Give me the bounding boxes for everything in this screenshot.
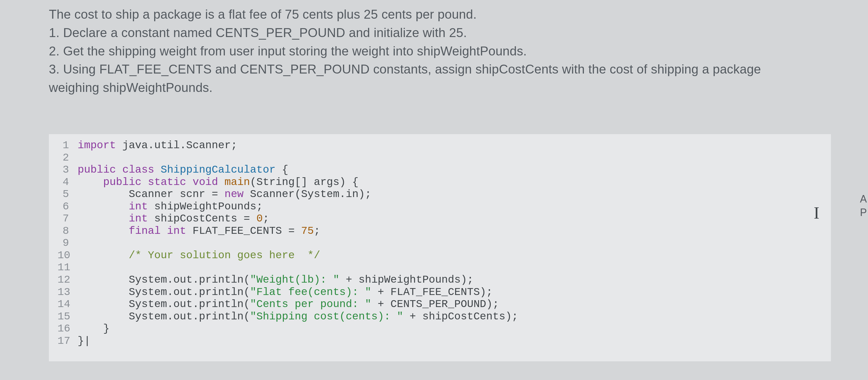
code-line[interactable]: 12 System.out.println("Weight(lb): " + s… bbox=[58, 274, 822, 286]
code-content[interactable]: Scanner scnr = new Scanner(System.in); bbox=[78, 188, 822, 201]
code-content[interactable]: }| bbox=[78, 335, 822, 347]
line-number: 17 bbox=[58, 335, 78, 347]
code-line[interactable]: 4 public static void main(String[] args)… bbox=[58, 176, 822, 188]
code-content[interactable]: System.out.println("Weight(lb): " + ship… bbox=[78, 274, 822, 286]
code-line[interactable]: 8 final int FLAT_FEE_CENTS = 75; bbox=[58, 225, 822, 237]
code-line[interactable]: 11 bbox=[58, 262, 822, 274]
line-number: 1 bbox=[58, 139, 78, 152]
code-line[interactable]: 5 Scanner scnr = new Scanner(System.in); bbox=[58, 188, 822, 201]
code-content[interactable] bbox=[78, 152, 822, 164]
code-content[interactable]: int shipCostCents = 0; bbox=[78, 212, 822, 225]
code-line[interactable]: 16 } bbox=[58, 322, 822, 335]
line-number: 11 bbox=[58, 262, 78, 274]
line-number: 6 bbox=[58, 201, 78, 213]
page-root: The cost to ship a package is a flat fee… bbox=[0, 0, 868, 361]
code-content[interactable]: public class ShippingCalculator { bbox=[78, 164, 822, 176]
instruction-line-3: 2. Get the shipping weight from user inp… bbox=[49, 42, 811, 60]
code-content[interactable]: System.out.println("Flat fee(cents): " +… bbox=[78, 286, 822, 299]
line-number: 16 bbox=[58, 322, 78, 335]
code-line[interactable]: 9 bbox=[58, 237, 822, 249]
code-content[interactable]: System.out.println("Cents per pound: " +… bbox=[78, 298, 822, 310]
code-content[interactable]: } bbox=[78, 322, 822, 335]
line-number: 14 bbox=[58, 298, 78, 310]
code-content[interactable]: /* Your solution goes here */ bbox=[78, 249, 822, 262]
line-number: 4 bbox=[58, 176, 78, 188]
code-content[interactable]: final int FLAT_FEE_CENTS = 75; bbox=[78, 225, 822, 237]
instruction-line-2: 1. Declare a constant named CENTS_PER_PO… bbox=[49, 24, 811, 42]
editor-caret-icon: | bbox=[84, 335, 90, 347]
line-number: 10 bbox=[58, 249, 78, 262]
code-line[interactable]: 3public class ShippingCalculator { bbox=[58, 164, 822, 176]
code-content[interactable]: public static void main(String[] args) { bbox=[78, 176, 822, 188]
line-number: 2 bbox=[58, 152, 78, 164]
code-line[interactable]: 6 int shipWeightPounds; bbox=[58, 201, 822, 213]
code-editor[interactable]: I 1import java.util.Scanner;2 3public cl… bbox=[49, 134, 831, 361]
code-content[interactable]: System.out.println("Shipping cost(cents)… bbox=[78, 310, 822, 323]
code-content[interactable] bbox=[78, 237, 822, 249]
code-line[interactable]: 14 System.out.println("Cents per pound: … bbox=[58, 298, 822, 310]
line-number: 3 bbox=[58, 164, 78, 176]
line-number: 13 bbox=[58, 286, 78, 299]
line-number: 12 bbox=[58, 274, 78, 286]
code-content[interactable]: import java.util.Scanner; bbox=[78, 139, 822, 152]
code-line[interactable]: 13 System.out.println("Flat fee(cents): … bbox=[58, 286, 822, 299]
code-line[interactable]: 10 /* Your solution goes here */ bbox=[58, 249, 822, 262]
problem-instructions: The cost to ship a package is a flat fee… bbox=[49, 5, 811, 97]
instruction-line-4: 3. Using FLAT_FEE_CENTS and CENTS_PER_PO… bbox=[49, 60, 811, 97]
line-number: 8 bbox=[58, 225, 78, 237]
text-cursor-icon: I bbox=[814, 203, 819, 223]
line-number: 7 bbox=[58, 212, 78, 225]
code-line[interactable]: 17}| bbox=[58, 335, 822, 347]
side-letter-a: A bbox=[860, 193, 867, 206]
code-line[interactable]: 1import java.util.Scanner; bbox=[58, 139, 822, 152]
line-number: 9 bbox=[58, 237, 78, 249]
line-number: 5 bbox=[58, 188, 78, 201]
code-content[interactable] bbox=[78, 262, 822, 274]
code-content[interactable]: int shipWeightPounds; bbox=[78, 201, 822, 213]
code-line[interactable]: 7 int shipCostCents = 0; bbox=[58, 212, 822, 225]
line-number: 15 bbox=[58, 310, 78, 323]
side-letters: A P bbox=[860, 193, 867, 219]
instruction-line-1: The cost to ship a package is a flat fee… bbox=[49, 5, 811, 24]
code-line[interactable]: 15 System.out.println("Shipping cost(cen… bbox=[58, 310, 822, 323]
side-letter-p: P bbox=[860, 206, 867, 219]
code-line[interactable]: 2 bbox=[58, 152, 822, 164]
